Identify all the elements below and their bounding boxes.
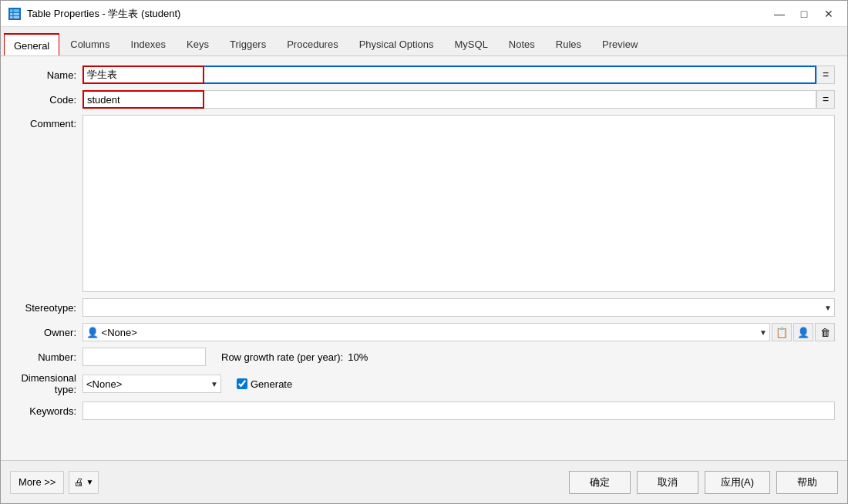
dimensional-select[interactable]: <None> [82, 375, 221, 393]
close-button[interactable]: ✕ [818, 5, 840, 22]
dimensional-select-wrapper: <None> ▼ [82, 375, 221, 393]
tab-notes[interactable]: Notes [499, 32, 545, 55]
number-row: Number: Row growth rate (per year): 10% [13, 348, 835, 366]
name-eq-button[interactable]: = [816, 66, 835, 84]
tab-indexes[interactable]: Indexes [121, 32, 177, 55]
owner-clear-button[interactable]: 🗑 [815, 323, 835, 341]
name-label: Name: [13, 69, 82, 81]
comment-label: Comment: [13, 115, 82, 129]
bottom-left: More >> 🖨 ▼ [10, 471, 99, 494]
bottom-bar: More >> 🖨 ▼ 确定 取消 应用(A) 帮助 [1, 460, 847, 503]
minimize-button[interactable]: — [769, 5, 790, 22]
owner-select-wrapper: 👤 <None> ▼ [82, 323, 770, 341]
ok-button[interactable]: 确定 [569, 471, 631, 494]
owner-browse-button[interactable]: 📋 [772, 323, 792, 341]
code-input-extension [204, 90, 816, 109]
tab-general[interactable]: General [4, 33, 59, 56]
main-window: Table Properties - 学生表 (student) — □ ✕ G… [0, 0, 848, 504]
tab-physical-options[interactable]: Physical Options [349, 32, 444, 55]
code-label: Code: [13, 94, 82, 106]
comment-textarea[interactable] [82, 115, 835, 292]
help-button[interactable]: 帮助 [776, 471, 838, 494]
svg-rect-1 [10, 9, 19, 12]
name-input-extension [204, 66, 816, 84]
print-button[interactable]: 🖨 ▼ [69, 471, 99, 494]
cancel-button[interactable]: 取消 [637, 471, 698, 494]
stereotype-label: Stereotype: [13, 302, 82, 314]
window-title: Table Properties - 学生表 (student) [27, 7, 180, 21]
row-growth-label: Row growth rate (per year): [221, 351, 343, 363]
tab-columns[interactable]: Columns [60, 32, 119, 55]
tab-keys[interactable]: Keys [177, 32, 219, 55]
number-label: Number: [13, 351, 82, 363]
generate-check: Generate [237, 378, 292, 390]
keywords-row: Keywords: [13, 402, 835, 420]
keywords-label: Keywords: [13, 405, 82, 417]
print-dropdown-arrow: ▼ [86, 478, 93, 486]
name-field-box [82, 66, 816, 84]
code-row: Code: = [13, 90, 835, 109]
svg-rect-3 [10, 16, 19, 18]
tab-triggers[interactable]: Triggers [220, 32, 276, 55]
owner-clear-icon: 🗑 [820, 327, 830, 338]
tab-preview[interactable]: Preview [592, 32, 648, 55]
dimensional-label: Dimensional type: [13, 372, 82, 395]
owner-input-wrapper: 👤 <None> ▼ 📋 👤 🗑 [82, 323, 835, 341]
code-input[interactable] [82, 90, 204, 109]
tab-rules[interactable]: Rules [546, 32, 591, 55]
dimensional-row: Dimensional type: <None> ▼ Generate [13, 372, 835, 395]
title-buttons: — □ ✕ [769, 5, 840, 22]
svg-rect-2 [10, 13, 19, 15]
content-area: Name: = Code: = Comment: Stereotype: [1, 56, 847, 460]
title-bar: Table Properties - 学生表 (student) — □ ✕ [1, 1, 847, 27]
comment-row: Comment: [13, 115, 835, 292]
name-input[interactable] [82, 66, 204, 84]
code-field-box [82, 90, 816, 109]
generate-checkbox[interactable] [237, 378, 247, 389]
tab-bar: General Columns Indexes Keys Triggers Pr… [1, 27, 847, 56]
stereotype-row: Stereotype: ▼ [13, 298, 835, 317]
tab-mysql[interactable]: MySQL [445, 32, 498, 55]
owner-select[interactable]: 👤 <None> [82, 323, 770, 341]
printer-icon: 🖨 [74, 476, 84, 488]
tab-procedures[interactable]: Procedures [277, 32, 348, 55]
row-growth-value: 10% [348, 351, 368, 363]
owner-person-icon: 👤 [797, 327, 809, 338]
number-input[interactable] [82, 348, 206, 366]
owner-browse-icon: 📋 [776, 327, 788, 338]
stereotype-select[interactable] [82, 298, 835, 317]
owner-row: Owner: 👤 <None> ▼ 📋 👤 🗑 [13, 323, 835, 341]
name-row: Name: = [13, 66, 835, 84]
table-icon [8, 8, 21, 20]
code-eq-button[interactable]: = [816, 90, 835, 109]
owner-label: Owner: [13, 327, 82, 338]
maximize-button[interactable]: □ [793, 5, 815, 22]
apply-button[interactable]: 应用(A) [705, 471, 770, 494]
generate-label[interactable]: Generate [251, 378, 292, 390]
keywords-input[interactable] [82, 402, 835, 420]
stereotype-select-wrapper: ▼ [82, 298, 835, 317]
bottom-right: 确定 取消 应用(A) 帮助 [569, 471, 838, 494]
more-button[interactable]: More >> [10, 471, 64, 494]
owner-person-button[interactable]: 👤 [793, 323, 813, 341]
title-bar-left: Table Properties - 学生表 (student) [8, 7, 180, 21]
